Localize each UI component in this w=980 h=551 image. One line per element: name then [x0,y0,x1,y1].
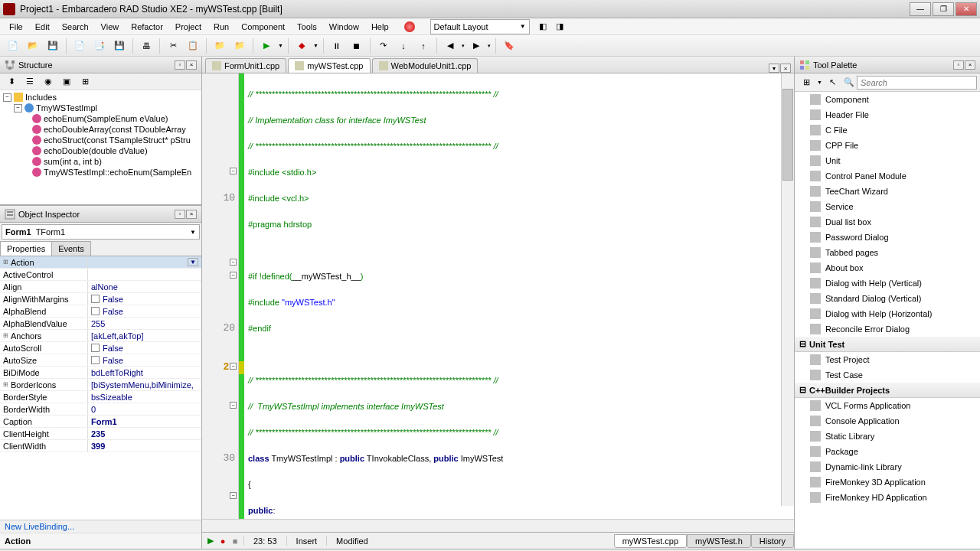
palette-item[interactable]: Package [795,444,980,459]
folder2-icon[interactable]: 📁 [231,37,248,54]
stop-icon[interactable]: ⏹ [348,37,365,54]
prop-row[interactable]: AlphaBlendFalse [0,305,201,318]
copy-icon[interactable]: 📋 [185,37,201,54]
new-livebinding-link[interactable]: New LiveBinding... [0,520,201,533]
prop-row[interactable]: CaptionForm1 [0,416,201,428]
back-icon[interactable]: ◀ [442,37,459,54]
macro-play-icon[interactable]: ▶ [205,536,216,546]
cut-icon[interactable]: ✂ [165,37,181,54]
src-tab-cpp[interactable]: myWSTest.cpp [614,534,687,548]
fold-icon[interactable]: − [230,168,237,174]
palette-search-input[interactable] [857,76,977,90]
pointer-icon[interactable]: ↖ [825,74,841,91]
menu-help[interactable]: Help [365,21,395,33]
menu-search[interactable]: Search [56,21,95,33]
menu-run[interactable]: Run [207,21,235,33]
vertical-scrollbar[interactable] [781,73,794,506]
tab-formunit1[interactable]: FormUnit1.cpp [205,58,286,73]
menu-component[interactable]: Component [235,21,291,33]
prop-row[interactable]: AlignalNone [0,281,201,293]
macro-record-icon[interactable]: ● [217,536,228,546]
palette-item[interactable]: CPP File [795,138,980,153]
horizontal-scrollbar[interactable] [202,519,794,532]
palette-item[interactable]: Component [795,92,980,107]
minimize-button[interactable]: — [910,2,931,16]
fold-icon[interactable]: − [230,272,237,279]
editor-dropdown-icon[interactable]: ▾ [769,64,779,73]
palette-item[interactable]: Test Case [795,367,980,383]
menu-refactor[interactable]: Refactor [125,21,169,33]
palette-item[interactable]: Standard Dialog (Vertical) [795,291,980,306]
palette-category[interactable]: ⊟ C++Builder Projects [795,383,980,398]
save-icon[interactable]: 💾 [44,37,61,54]
prop-row[interactable]: BorderIcons[biSystemMenu,biMinimize, [0,379,201,391]
forward-icon[interactable]: ▶ [468,37,485,54]
run-icon[interactable]: ▶ [258,37,275,54]
prop-row[interactable]: BorderStylebsSizeable [0,391,201,403]
palette-item[interactable]: Dual list box [795,214,980,230]
prop-row[interactable]: ActiveControl [0,269,201,281]
pin-icon[interactable]: ▫ [953,60,964,70]
tab-properties[interactable]: Properties [0,241,52,256]
saveall-icon[interactable]: 💾 [111,37,128,54]
step-into-icon[interactable]: ↓ [395,37,412,54]
palette-item[interactable]: Test Project [795,352,980,367]
pin-icon[interactable]: ▫ [175,210,185,219]
palette-item[interactable]: FireMonkey HD Application [795,490,980,505]
sort-icon[interactable]: ⬍ [3,73,20,90]
fold-icon[interactable]: − [230,259,237,266]
layout-combo[interactable]: Default Layout [430,19,530,34]
type-icon[interactable]: ◉ [40,73,57,90]
tab-events[interactable]: Events [51,241,91,256]
step-out-icon[interactable]: ↑ [415,37,432,54]
tb-save-layout-icon[interactable]: ◧ [534,18,551,35]
show-icon[interactable]: ⊞ [77,73,93,90]
add-icon[interactable]: 📄 [71,37,88,54]
palette-item[interactable]: About box [795,260,980,276]
menu-project[interactable]: Project [169,21,207,33]
pin-icon[interactable]: ▫ [175,60,185,70]
field-icon[interactable]: ▣ [58,73,75,90]
tb-delete-layout-icon[interactable]: ◨ [551,18,568,35]
print-icon[interactable]: 🖶 [138,37,155,54]
palette-item[interactable]: Tabbed pages [795,245,980,260]
macro-stop-icon[interactable]: ■ [230,536,240,546]
stop-icon[interactable] [404,21,415,32]
palette-item[interactable]: Header File [795,107,980,122]
palette-item[interactable]: Dialog with Help (Vertical) [795,276,980,291]
property-grid[interactable]: Action▼ActiveControlAlignalNoneAlignWith… [0,256,201,520]
palette-list[interactable]: ComponentHeader FileC FileCPP FileUnitCo… [795,92,980,549]
fold-icon[interactable]: − [230,402,237,409]
editor-close-icon[interactable]: × [780,64,791,73]
open-icon[interactable]: 📂 [24,37,41,54]
menu-tools[interactable]: Tools [291,21,323,33]
prop-row[interactable]: BiDiModebdLeftToRight [0,367,201,379]
category-icon[interactable]: ⊞ [798,74,815,91]
palette-category[interactable]: ⊟ Unit Test [795,337,980,352]
prop-row[interactable]: ClientWidth399 [0,440,201,452]
palette-item[interactable]: Dynamic-link Library [795,459,980,474]
prop-row[interactable]: AutoSizeFalse [0,354,201,367]
palette-item[interactable]: Static Library [795,429,980,444]
prop-row[interactable]: BorderWidth0 [0,403,201,416]
code-area[interactable]: // *************************************… [239,73,794,519]
palette-item[interactable]: TeeChart Wizard [795,184,980,199]
palette-item[interactable]: Password Dialog [795,230,980,245]
help-icon[interactable]: 🔖 [501,37,518,54]
run-debug-icon[interactable]: ◆ [293,37,310,54]
src-tab-h[interactable]: myWSTest.h [687,534,751,548]
prop-row[interactable]: Anchors[akLeft,akTop] [0,330,201,342]
inspector-combo[interactable]: Form1 TForm1 [2,224,200,240]
tab-webmodule[interactable]: WebModuleUnit1.cpp [372,58,479,73]
palette-item[interactable]: VCL Forms Application [795,398,980,413]
folder-icon[interactable]: 📁 [211,37,228,54]
palette-item[interactable]: FireMonkey 3D Application [795,474,980,490]
structure-tree[interactable]: −Includes −TmyWSTestImpl echoEnum(Sample… [0,90,201,204]
fold-icon[interactable]: − [230,363,237,370]
palette-item[interactable]: Control Panel Module [795,168,980,184]
menu-edit[interactable]: Edit [29,21,56,33]
src-tab-history[interactable]: History [751,534,794,548]
prop-row[interactable]: Action▼ [0,256,201,269]
palette-item[interactable]: Reconcile Error Dialog [795,321,980,337]
tab-mywstest[interactable]: myWSTest.cpp [288,58,370,73]
